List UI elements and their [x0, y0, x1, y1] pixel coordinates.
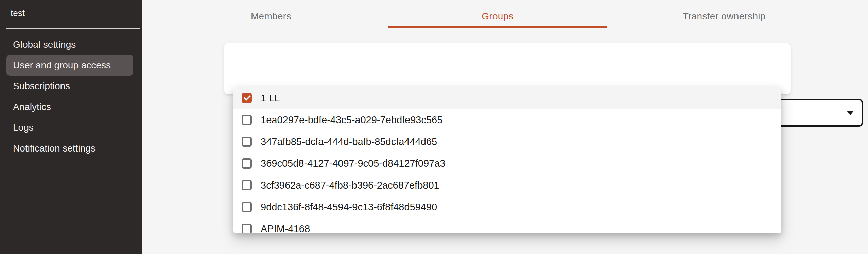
- dropdown-option-369c05d8-4127-4097-9c05-d84127f097a3[interactable]: 369c05d8-4127-4097-9c05-d84127f097a3: [233, 153, 781, 174]
- checkbox-unchecked-icon[interactable]: [242, 137, 252, 147]
- tab-bar: MembersGroupsTransfer ownership: [158, 0, 837, 28]
- dropdown-option-label: 3cf3962a-c687-4fb8-b396-2ac687efb801: [261, 180, 439, 191]
- tab-label: Groups: [482, 11, 514, 22]
- sidebar-item-label: Analytics: [13, 101, 51, 112]
- dropdown-option-label: 1ea0297e-bdfe-43c5-a029-7ebdfe93c565: [261, 114, 442, 126]
- checkbox-unchecked-icon[interactable]: [242, 224, 252, 233]
- dropdown-option-label: 9ddc136f-8f48-4594-9c13-6f8f48d59490: [261, 202, 437, 213]
- tab-label: Transfer ownership: [683, 11, 766, 22]
- sidebar-item-user-and-group-access[interactable]: User and group access: [6, 55, 133, 76]
- dropdown-option-3cf3962a-c687-4fb8-b396-2ac687efb801[interactable]: 3cf3962a-c687-4fb8-b396-2ac687efb801: [233, 174, 781, 196]
- main-content: MembersGroupsTransfer ownership Groups 1…: [142, 0, 868, 254]
- sidebar-nav: Global settingsUser and group accessSubs…: [0, 34, 142, 159]
- sidebar-item-label: Logs: [13, 122, 34, 133]
- sidebar-item-label: Global settings: [13, 39, 76, 50]
- workspace-title: test: [0, 0, 142, 18]
- dropdown-option-1ea0297e-bdfe-43c5-a029-7ebdfe93c565[interactable]: 1ea0297e-bdfe-43c5-a029-7ebdfe93c565: [233, 109, 781, 131]
- tab-groups[interactable]: Groups: [384, 0, 611, 28]
- sidebar-item-analytics[interactable]: Analytics: [0, 96, 142, 117]
- dropdown-option-label: 1 LL: [261, 93, 280, 104]
- tab-members[interactable]: Members: [158, 0, 384, 28]
- sidebar-divider: [6, 28, 140, 29]
- checkbox-checked-icon[interactable]: [242, 93, 252, 103]
- dropdown-option-apim-4168[interactable]: APIM-4168: [233, 218, 781, 233]
- tab-transfer-ownership[interactable]: Transfer ownership: [611, 0, 837, 28]
- dropdown-option-label: 347afb85-dcfa-444d-bafb-85dcfa444d65: [261, 136, 437, 147]
- checkbox-unchecked-icon[interactable]: [242, 180, 252, 190]
- sidebar-item-notification-settings[interactable]: Notification settings: [0, 138, 142, 159]
- dropdown-option-347afb85-dcfa-444d-bafb-85dcfa444d65[interactable]: 347afb85-dcfa-444d-bafb-85dcfa444d65: [233, 131, 781, 153]
- sidebar-item-global-settings[interactable]: Global settings: [0, 34, 142, 55]
- groups-card: Groups 1 LL, LL Group 1, NN Group1 - All…: [224, 43, 791, 94]
- dropdown-option-label: 369c05d8-4127-4097-9c05-d84127f097a3: [261, 158, 445, 169]
- sidebar-item-label: Subscriptions: [13, 81, 70, 92]
- sidebar-item-subscriptions[interactable]: Subscriptions: [0, 76, 142, 96]
- dropdown-option-9ddc136f-8f48-4594-9c13-6f8f48d59490[interactable]: 9ddc136f-8f48-4594-9c13-6f8f48d59490: [233, 196, 781, 218]
- tab-label: Members: [251, 11, 291, 22]
- checkbox-unchecked-icon[interactable]: [242, 115, 252, 125]
- checkbox-unchecked-icon[interactable]: [242, 202, 252, 212]
- sidebar-item-logs[interactable]: Logs: [0, 117, 142, 138]
- sidebar: test Global settingsUser and group acces…: [0, 0, 142, 254]
- checkbox-unchecked-icon[interactable]: [242, 158, 252, 169]
- sidebar-item-label: User and group access: [13, 60, 111, 71]
- groups-dropdown-menu: 1 LL1ea0297e-bdfe-43c5-a029-7ebdfe93c565…: [233, 87, 781, 233]
- dropdown-arrow-icon: [847, 111, 854, 115]
- dropdown-option-label: APIM-4168: [261, 223, 310, 234]
- sidebar-item-label: Notification settings: [13, 143, 96, 154]
- dropdown-option-1-ll[interactable]: 1 LL: [233, 87, 781, 109]
